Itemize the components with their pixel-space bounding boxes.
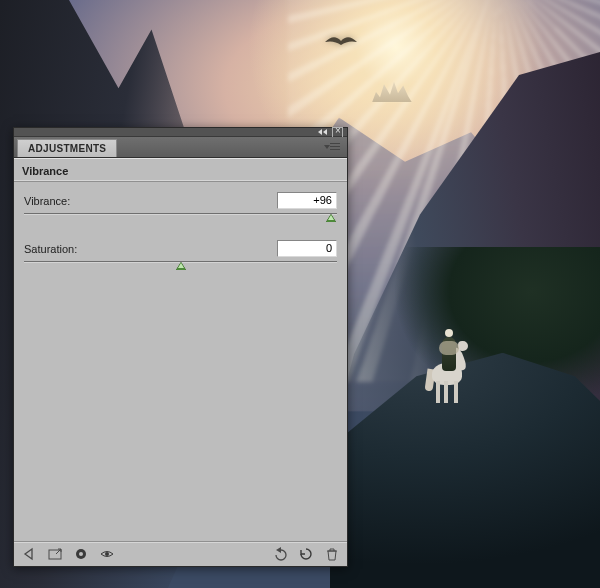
- close-icon[interactable]: [332, 127, 343, 138]
- delete-icon[interactable]: [323, 545, 341, 563]
- saturation-slider[interactable]: [24, 260, 337, 276]
- back-arrow-icon[interactable]: [20, 545, 38, 563]
- saturation-control: Saturation:: [14, 230, 347, 278]
- adjustment-title: Vibrance: [14, 159, 347, 182]
- saturation-slider-thumb[interactable]: [176, 262, 186, 270]
- vibrance-control: Vibrance:: [14, 182, 347, 230]
- tab-adjustments[interactable]: ADJUSTMENTS: [17, 139, 117, 157]
- panel-body: Vibrance Vibrance: Saturation:: [14, 158, 347, 541]
- panel-tab-bar: ADJUSTMENTS: [14, 137, 347, 158]
- vibrance-slider[interactable]: [24, 212, 337, 228]
- document-canvas: ADJUSTMENTS Vibrance Vibrance: Saturatio…: [0, 0, 600, 588]
- saturation-label: Saturation:: [24, 243, 77, 255]
- previous-state-icon[interactable]: [271, 545, 289, 563]
- vibrance-label: Vibrance:: [24, 195, 70, 207]
- panel-title-bar[interactable]: [14, 128, 347, 137]
- panel-menu-icon[interactable]: [327, 141, 342, 153]
- svg-point-2: [79, 552, 83, 556]
- collapse-icon[interactable]: [318, 129, 328, 135]
- expand-view-icon[interactable]: [46, 545, 64, 563]
- panel-footer: [14, 541, 347, 566]
- svg-point-3: [105, 552, 109, 556]
- toggle-visibility-icon[interactable]: [98, 545, 116, 563]
- saturation-value-input[interactable]: [277, 240, 337, 257]
- reset-icon[interactable]: [297, 545, 315, 563]
- adjustments-panel: ADJUSTMENTS Vibrance Vibrance: Saturatio…: [13, 127, 348, 567]
- vibrance-value-input[interactable]: [277, 192, 337, 209]
- vibrance-slider-thumb[interactable]: [326, 214, 336, 222]
- clip-to-layer-icon[interactable]: [72, 545, 90, 563]
- tab-label: ADJUSTMENTS: [28, 143, 106, 154]
